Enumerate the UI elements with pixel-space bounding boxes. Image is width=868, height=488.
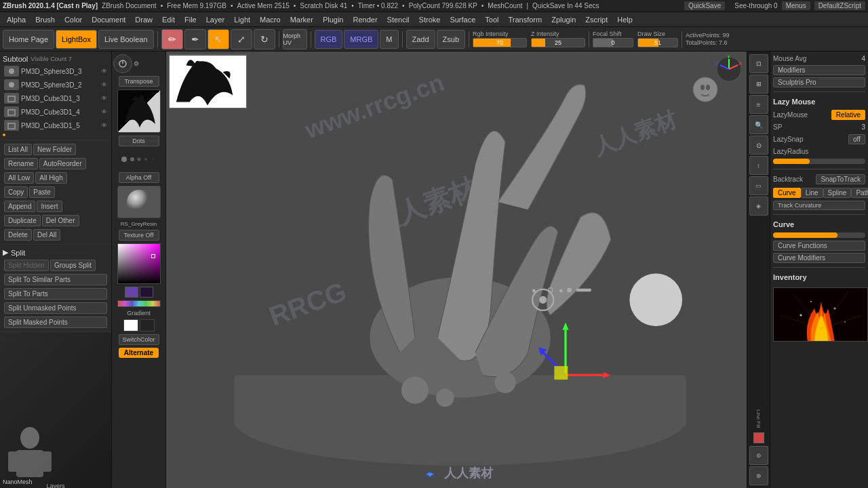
menu-color[interactable]: Color xyxy=(60,14,86,25)
quicksave-btn[interactable]: QuickSave xyxy=(684,1,725,10)
all-high-btn[interactable]: All High xyxy=(35,172,66,184)
eye-icon-4[interactable]: 👁 xyxy=(101,108,107,115)
menu-macro[interactable]: Macro xyxy=(256,14,285,25)
menu-zplugin[interactable]: Zplugin xyxy=(547,14,580,25)
m-btn[interactable]: M xyxy=(380,30,398,49)
line-mode-btn[interactable]: Line xyxy=(801,188,823,198)
eye-icon[interactable]: 👁 xyxy=(101,68,107,75)
menu-tool[interactable]: Tool xyxy=(481,14,502,25)
curve-mode-btn[interactable]: Curve xyxy=(773,188,801,198)
snap-btn[interactable]: ⊡ xyxy=(749,54,768,73)
z-intensity-slider[interactable]: 25 xyxy=(531,38,585,47)
all-low-btn[interactable]: All Low xyxy=(4,172,34,184)
canvas-area[interactable]: www.rrcg.cn 人人素材 RRCG 人人素材 RRCG xyxy=(166,52,747,488)
transform-btn[interactable]: ⊞ xyxy=(749,75,768,94)
insert-btn[interactable]: Insert xyxy=(37,201,62,212)
list-all-btn[interactable]: List All xyxy=(4,144,32,155)
default-script[interactable]: DefaultZScript xyxy=(814,1,865,10)
curve-functions-btn[interactable]: Curve Functions xyxy=(773,241,865,251)
sculptris-pro-btn[interactable]: Sculptris Pro xyxy=(773,77,865,87)
menu-edit[interactable]: Edit xyxy=(158,14,179,25)
snap-to-track-btn[interactable]: SnapToTrack xyxy=(816,174,865,184)
brush-rotate-btn[interactable] xyxy=(113,54,132,73)
menu-stroke[interactable]: Stroke xyxy=(415,14,445,25)
menu-brush[interactable]: Brush xyxy=(31,14,59,25)
color-swatch-secondary[interactable] xyxy=(140,287,153,298)
menu-zscript[interactable]: Zscript xyxy=(581,14,612,25)
menu-draw[interactable]: Draw xyxy=(131,14,157,25)
split-unmasked-btn[interactable]: Split Unmasked Points xyxy=(4,302,107,314)
rgb-btn[interactable]: RGB xyxy=(315,30,343,49)
menu-help[interactable]: Help xyxy=(613,14,637,25)
eye-icon-2[interactable]: 👁 xyxy=(101,81,107,88)
split-parts-btn[interactable]: Split To Parts xyxy=(4,288,107,300)
lazy-mode-btn[interactable]: Relative xyxy=(831,110,865,120)
move-btn[interactable]: ↖ xyxy=(208,29,229,49)
menu-transform[interactable]: Transform xyxy=(504,14,546,25)
scale-btn[interactable]: ⤢ xyxy=(231,29,252,49)
zsub-btn[interactable]: Zsub xyxy=(437,30,465,49)
rename-btn[interactable]: Rename xyxy=(4,158,38,169)
lzsym-btn[interactable]: ↕ xyxy=(749,156,768,175)
alternate-btn[interactable]: Alternate xyxy=(119,348,159,358)
curve-slider[interactable] xyxy=(773,232,865,238)
eye-icon-3[interactable]: 👁 xyxy=(101,95,107,102)
copy-btn[interactable]: Copy xyxy=(4,186,28,198)
append-btn[interactable]: Append xyxy=(4,201,35,212)
transpose-btn[interactable]: Transpose xyxy=(119,76,159,87)
menu-marker[interactable]: Marker xyxy=(286,14,317,25)
viewport-3d[interactable]: www.rrcg.cn 人人素材 RRCG 人人素材 RRCG xyxy=(166,52,747,488)
dots-btn[interactable]: Dots xyxy=(119,136,159,146)
switch-color-btn[interactable]: SwitchColor xyxy=(119,334,159,345)
menu-alpha[interactable]: Alpha xyxy=(3,14,30,25)
mrgb-btn[interactable]: MRGB xyxy=(344,30,378,49)
live-boolean-btn[interactable]: Live Boolean xyxy=(98,30,154,49)
draw-size-slider[interactable]: 51 xyxy=(637,38,678,47)
menu-document[interactable]: Document xyxy=(87,14,130,25)
color-swatch-fill[interactable] xyxy=(753,432,764,443)
path-mode-btn[interactable]: Path xyxy=(851,188,868,198)
layer-sphere3d2[interactable]: PM3D_Sphere3D_2 👁 xyxy=(3,78,108,92)
morph-uv-btn[interactable]: Morph UV xyxy=(283,29,307,49)
draw-btn[interactable]: ✒ xyxy=(184,29,206,49)
floor-btn[interactable]: ▭ xyxy=(749,176,768,195)
layer-sphere3d3[interactable]: PM3D_Sphere3D_3 👁 xyxy=(3,64,108,78)
edit-btn[interactable]: ✏ xyxy=(161,29,183,49)
lazy-radius-slider[interactable] xyxy=(773,159,865,164)
new-folder-btn[interactable]: New Folder xyxy=(33,144,76,155)
del-other-btn[interactable]: Del Other xyxy=(42,215,79,226)
track-curvature-btn[interactable]: Track Curvature xyxy=(773,201,865,210)
delete-btn[interactable]: Delete xyxy=(4,229,32,241)
brush-preview-main[interactable] xyxy=(117,89,161,133)
rgb-intensity-slider[interactable]: 70 xyxy=(473,38,527,47)
eye-icon-5[interactable]: 👁 xyxy=(101,122,107,129)
rotate-btn[interactable]: ↻ xyxy=(254,29,275,49)
layer-cube3d5[interactable]: PM3D_Cube3D1_5 👁 xyxy=(3,119,108,132)
layer-cube3d3[interactable]: PM3D_Cube3D1_3 👁 xyxy=(3,92,108,105)
transp-btn[interactable]: ◈ xyxy=(749,197,768,216)
spline-mode-btn[interactable]: Spline xyxy=(823,188,852,198)
del-all-btn[interactable]: Del All xyxy=(33,229,60,241)
menu-stencil[interactable]: Stencil xyxy=(383,14,414,25)
switch-white[interactable] xyxy=(123,319,138,331)
alpha-off-btn[interactable]: Alpha Off xyxy=(119,172,159,183)
home-page-btn[interactable]: Home Page xyxy=(3,30,54,49)
layer-cube3d4[interactable]: PM3D_Cube3D1_4 👁 xyxy=(3,105,108,119)
menu-surface[interactable]: Surface xyxy=(446,14,479,25)
menu-light[interactable]: Light xyxy=(230,14,254,25)
lightbox-btn[interactable]: LightBox xyxy=(56,30,97,49)
material-preview[interactable] xyxy=(117,186,161,218)
extra-btn-2[interactable]: ⊗ xyxy=(749,466,768,485)
menu-layer[interactable]: Layer xyxy=(202,14,229,25)
paste-btn[interactable]: Paste xyxy=(29,186,55,198)
zoom-btn[interactable]: 🔍 xyxy=(749,115,768,134)
lazy-snap-btn[interactable]: off xyxy=(848,134,865,144)
menu-file[interactable]: File xyxy=(180,14,201,25)
zadd-btn[interactable]: Zadd xyxy=(406,30,435,49)
actual-btn[interactable]: ⊙ xyxy=(749,136,768,155)
split-masked-btn[interactable]: Split Masked Points xyxy=(4,317,107,328)
color-swatch-primary[interactable] xyxy=(125,287,138,298)
extra-btn-1[interactable]: ⊚ xyxy=(749,446,768,465)
menu-render[interactable]: Render xyxy=(349,14,381,25)
switch-black[interactable] xyxy=(140,319,155,331)
